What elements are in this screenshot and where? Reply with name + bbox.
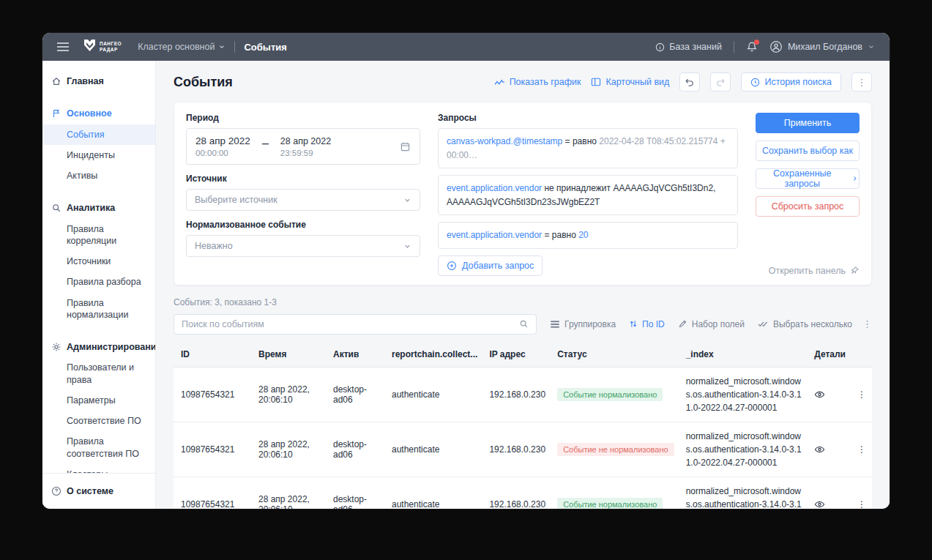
table-row[interactable]: 10987654321 28 апр 2022, 20:06:10 deskto… <box>174 367 872 422</box>
sidebar-item-assets[interactable]: Активы <box>42 165 155 186</box>
sidebar-label: Источники <box>67 255 111 267</box>
page-more-button[interactable]: ⋮ <box>851 72 872 92</box>
sidebar-item-about[interactable]: О системе <box>42 481 155 501</box>
sidebar-item-incidents[interactable]: Инциденты <box>42 145 155 165</box>
apply-button[interactable]: Применить <box>756 113 860 133</box>
sidebar-item-main[interactable]: Основное <box>42 103 155 124</box>
multi-select-button[interactable]: Выбрать несколько <box>758 319 852 329</box>
query-field[interactable]: canvas-workpad.@timestamp <box>447 136 562 146</box>
column-header-time[interactable]: Время <box>253 342 327 367</box>
sidebar-label: О системе <box>67 485 113 497</box>
column-header-asset[interactable]: Актив <box>327 342 386 367</box>
events-table: ID Время Актив reportchain.collect... IP… <box>174 342 872 509</box>
unpin-panel-button[interactable]: Открепить панель <box>769 266 860 276</box>
column-header-index[interactable]: _index <box>680 342 809 367</box>
query-row[interactable]: event.application.vendor не принадлежит … <box>438 175 738 215</box>
results-summary: События: 3, показано 1-3 <box>174 297 872 307</box>
row-menu-button[interactable]: ⋮ <box>851 477 872 509</box>
sidebar-item-home[interactable]: Главная <box>42 71 155 92</box>
calendar-icon <box>400 141 411 152</box>
sidebar-item-parsing-rules[interactable]: Правила разбора <box>42 272 155 292</box>
query-field[interactable]: event.application.vendor <box>447 230 542 240</box>
date-dash: – <box>262 137 269 150</box>
row-menu-button[interactable]: ⋮ <box>851 367 872 422</box>
sidebar-item-clusters[interactable]: Кластеры <box>42 464 155 473</box>
sidebar-item-normalization-rules[interactable]: Правила нормализации <box>42 293 155 326</box>
normalized-label: Нормализованное событие <box>186 220 420 230</box>
notifications-bell-icon[interactable] <box>746 41 758 53</box>
sidebar-item-software-compliance[interactable]: Соответствие ПО <box>42 411 155 431</box>
search-history-button[interactable]: История поиска <box>741 72 841 92</box>
field-set-button[interactable]: Набор полей <box>678 319 745 329</box>
add-query-button[interactable]: Добавить запрос <box>438 255 543 276</box>
logo-text: ПАНГЕО РАДАР <box>100 41 122 53</box>
table-row[interactable]: 10987654321 28 апр 2022, 20:06:10 deskto… <box>174 422 872 477</box>
query-operator: = равно <box>544 230 575 240</box>
sidebar-item-compliance-rules[interactable]: Правила соответствия ПО <box>42 431 155 464</box>
user-menu[interactable]: Михаил Богданов <box>769 40 875 53</box>
query-row[interactable]: event.application.vendor = равно 20 <box>438 222 738 249</box>
reset-query-button[interactable]: Сбросить запрос <box>756 196 860 217</box>
cell-index: normalized_microsoft.windows.os.authenti… <box>680 477 809 509</box>
grouping-icon <box>550 320 560 329</box>
cell-ip: 192.168.0.230 <box>483 367 551 422</box>
view-details-eye-icon[interactable] <box>808 367 851 422</box>
sidebar-item-events[interactable]: События <box>42 124 155 145</box>
cluster-selector[interactable]: Кластер основной <box>138 42 225 52</box>
pin-icon <box>850 266 860 275</box>
date-to-value: 28 апр 2022 <box>280 136 331 146</box>
time-to-value: 23:59:59 <box>280 149 331 157</box>
period-label: Период <box>186 113 420 123</box>
source-label: Источник <box>186 173 420 184</box>
column-header-ip[interactable]: IP адрес <box>483 342 551 367</box>
query-field[interactable]: event.application.vendor <box>447 183 542 193</box>
undo-button[interactable] <box>679 72 700 92</box>
card-view-label: Карточный вид <box>605 77 669 87</box>
column-header-details: Детали <box>808 342 851 367</box>
events-search <box>174 314 537 335</box>
knowledge-base-link[interactable]: База знаний <box>655 42 722 52</box>
redo-button[interactable] <box>710 72 731 92</box>
sidebar-item-correlation-rules[interactable]: Правила корреляции <box>42 219 155 252</box>
search-input[interactable] <box>182 319 519 329</box>
search-icon[interactable] <box>519 319 529 329</box>
filter-left-column: Период 28 апр 2022 00:00:00 – 28 апр 202… <box>186 113 420 276</box>
view-details-eye-icon[interactable] <box>808 477 851 509</box>
saved-queries-button[interactable]: Сохраненные запросы <box>756 168 860 189</box>
hamburger-menu-icon[interactable] <box>57 42 69 51</box>
logo[interactable]: ПАНГЕО РАДАР <box>83 40 122 54</box>
column-header-status[interactable]: Статус <box>551 342 680 367</box>
column-header-reportchain[interactable]: reportchain.collect... <box>386 342 483 367</box>
sort-by-id-button[interactable]: По ID <box>629 319 665 329</box>
card-view-icon <box>591 78 601 86</box>
normalized-select[interactable]: Неважно <box>186 235 420 257</box>
show-chart-button[interactable]: Показать график <box>494 77 581 87</box>
card-view-button[interactable]: Карточный вид <box>591 77 669 87</box>
column-header-id[interactable]: ID <box>174 342 253 367</box>
chevron-down-icon <box>403 196 411 204</box>
sidebar-item-users-rights[interactable]: Пользователи и права <box>42 357 155 390</box>
sidebar-item-analytics[interactable]: Аналитика <box>42 198 155 218</box>
source-select[interactable]: Выберите источник <box>186 189 420 211</box>
page-header: События Показать график Карточный вид <box>174 72 872 92</box>
table-row[interactable]: 10987654321 28 апр 2022, 20:06:10 deskto… <box>174 477 872 509</box>
row-menu-button[interactable]: ⋮ <box>851 422 872 477</box>
sidebar-item-parameters[interactable]: Параметры <box>42 390 155 411</box>
toolbar-more-button[interactable]: ⋮ <box>862 318 872 329</box>
sort-arrows-icon <box>629 319 638 329</box>
question-icon <box>51 486 61 496</box>
sidebar-item-administration[interactable]: Администрирование <box>42 337 155 357</box>
save-selection-button[interactable]: Сохранить выбор как <box>756 141 860 161</box>
grouping-button[interactable]: Группировка <box>550 319 616 329</box>
sidebar-item-sources[interactable]: Источники <box>42 251 155 272</box>
add-query-label: Добавить запрос <box>462 261 534 271</box>
query-operator: не принадлежит <box>544 183 611 193</box>
sidebar-label: Инциденты <box>67 149 115 161</box>
date-range-picker[interactable]: 28 апр 2022 00:00:00 – 28 апр 2022 23:59… <box>186 128 420 165</box>
query-row[interactable]: canvas-workpad.@timestamp = равно 2022-0… <box>438 128 738 168</box>
view-details-eye-icon[interactable] <box>808 422 851 477</box>
sidebar: Главная Основное События Инциденты Актив… <box>42 61 156 509</box>
sidebar-label: События <box>67 129 105 141</box>
sidebar-label: Администрирование <box>67 341 155 353</box>
double-check-icon <box>758 320 769 328</box>
